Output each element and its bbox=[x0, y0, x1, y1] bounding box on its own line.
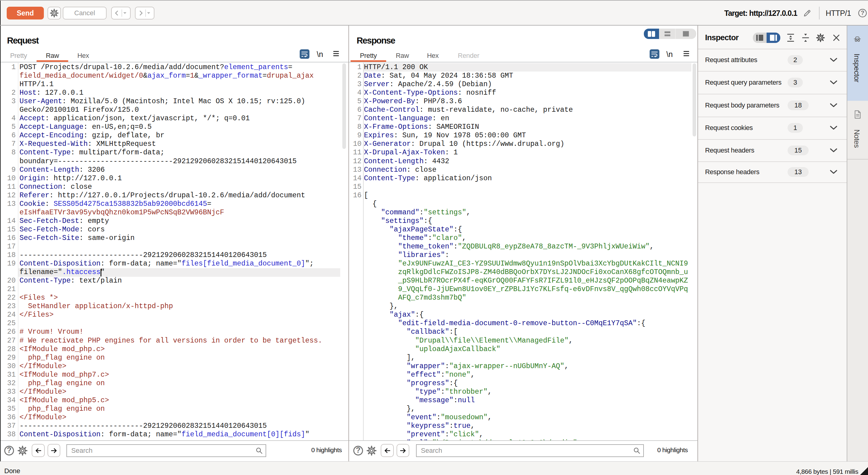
svg-text:?: ? bbox=[861, 9, 864, 16]
svg-text:?: ? bbox=[356, 446, 360, 454]
svg-text:?: ? bbox=[7, 446, 11, 454]
